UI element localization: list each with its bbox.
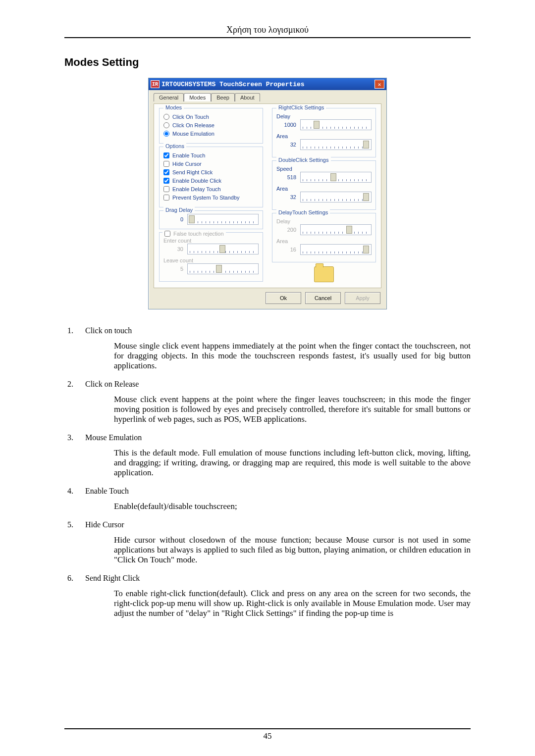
delaytouch-area-label: Area [276,238,372,244]
check-enable-double-click[interactable]: Enable Double Click [163,178,259,184]
doubleclick-area-value: 32 [276,194,296,200]
section-title: Modes Setting [64,56,471,69]
window-title: IRTOUCHSYSTEMS TouchScreen Properties [161,81,305,88]
doubleclick-speed-value: 518 [276,174,296,180]
rightclick-delay-label: Delay [276,113,372,119]
list-item-number: 2. [64,380,73,389]
list-item-title: Click on touch [85,326,471,335]
rightclick-delay-value: 1000 [276,122,296,128]
group-drag-delay: Drag Delay 0 [159,210,263,229]
running-head: Χρήση του λογισμικού [64,25,471,38]
check-send-right-click[interactable]: Send Right Click [163,169,259,175]
list-item-title: Enable Touch [85,487,471,496]
list-item-number: 4. [64,487,73,496]
check-hide-cursor[interactable]: Hide Cursor [163,161,259,167]
tab-beep[interactable]: Beep [211,93,235,101]
rightclick-area-slider[interactable] [300,139,372,150]
group-delaytouch-legend: DelayTouch Settings [276,209,330,215]
list-item-body: Enable(default)/disable touchscreen; [114,502,471,511]
group-modes: Modes Click On Touch Click On Release Mo… [159,108,263,144]
check-enable-delay-touch[interactable]: Enable Delay Touch [163,186,259,192]
list-item: 1.Click on touch [64,326,471,335]
enter-count-value: 30 [163,246,183,252]
apply-button[interactable]: Apply [345,292,380,304]
group-options: Options Enable Touch Hide Cursor Send Ri… [159,147,263,207]
leave-count-label: Leave count [163,257,259,263]
radio-click-on-touch[interactable]: Click On Touch [163,114,259,120]
radio-mouse-emulation[interactable]: Mouse Emulation [163,131,259,137]
delaytouch-delay-label: Delay [276,218,372,224]
check-false-touch-rejection[interactable]: False touch rejection [162,231,226,237]
enter-count-label: Enter count [163,238,259,244]
list-item: 5.Hide Cursor [64,520,471,529]
group-doubleclick-legend: DoubleClick Settings [276,157,331,163]
list-item-body: Hide cursor without closedown of the mou… [114,535,471,565]
tab-about[interactable]: About [235,93,260,101]
group-rightclick: RightClick Settings Delay 1000 Are [272,108,376,157]
page-footer: 45 [64,728,471,741]
cancel-button[interactable]: Cancel [305,292,341,304]
folder-icon [314,266,334,282]
list-item: 4.Enable Touch [64,487,471,496]
group-false-touch: False touch rejection Enter count 30 [159,232,263,282]
list-item-number: 1. [64,326,73,335]
doubleclick-speed-slider[interactable] [300,172,372,183]
drag-delay-slider[interactable] [187,214,259,225]
tab-modes[interactable]: Modes [184,93,211,101]
group-doubleclick: DoubleClick Settings Speed 518 Are [272,160,376,210]
list-item-body: To enable right-click function(default).… [114,589,471,618]
rightclick-delay-slider[interactable] [300,119,372,130]
ok-button[interactable]: Ok [266,292,301,304]
delaytouch-delay-slider [300,224,372,235]
rightclick-area-label: Area [276,133,372,139]
group-delaytouch: DelayTouch Settings Delay 200 Area [272,213,376,262]
titlebar: IR IRTOUCHSYSTEMS TouchScreen Properties… [149,78,386,90]
tabstrip: General Modes Beep About [154,93,381,101]
close-icon[interactable]: ✕ [374,80,384,89]
group-drag-delay-legend: Drag Delay [163,207,195,213]
page-number: 45 [264,731,272,741]
check-enable-touch[interactable]: Enable Touch [163,152,259,158]
list-item-title: Mouse Emulation [85,433,471,442]
rightclick-area-value: 32 [276,142,296,148]
app-icon: IR [151,80,160,88]
list-item-body: Mouse click event happens at the point w… [114,395,471,424]
properties-dialog: IR IRTOUCHSYSTEMS TouchScreen Properties… [148,78,387,309]
list-item: 6.Send Right Click [64,574,471,583]
list-item-title: Click on Release [85,380,471,389]
leave-count-value: 5 [163,266,183,272]
list-item-number: 5. [64,520,73,529]
list-item: 3.Mouse Emulation [64,433,471,442]
drag-delay-value: 0 [163,216,183,222]
check-prevent-standby[interactable]: Prevent System To Standby [163,195,259,201]
list-item-body: This is the default mode. Full emulation… [114,448,471,478]
leave-count-slider [187,263,259,274]
doubleclick-area-slider[interactable] [300,192,372,202]
list-item: 2.Click on Release [64,380,471,389]
delaytouch-area-value: 16 [276,247,296,252]
group-rightclick-legend: RightClick Settings [276,104,326,110]
enter-count-slider [187,244,259,254]
delaytouch-delay-value: 200 [276,227,296,233]
doubleclick-speed-label: Speed [276,166,372,172]
list-item-title: Hide Cursor [85,520,471,529]
radio-click-on-release[interactable]: Click On Release [163,122,259,128]
list-item-title: Send Right Click [85,574,471,583]
group-modes-legend: Modes [163,104,184,110]
list-item-body: Mouse single click event happens immedia… [114,341,471,371]
doubleclick-area-label: Area [276,186,372,192]
list-item-number: 6. [64,574,73,583]
delaytouch-area-slider [300,244,372,255]
tab-general[interactable]: General [154,93,184,101]
list-item-number: 3. [64,433,73,442]
group-options-legend: Options [163,143,186,149]
